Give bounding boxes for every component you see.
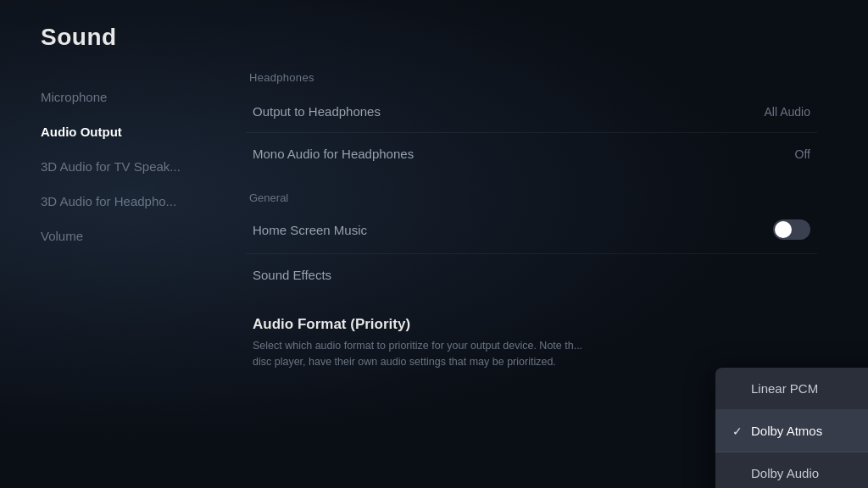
audio-format-title: Audio Format (Priority)	[253, 316, 810, 333]
headphones-group: Headphones Output to Headphones All Audi…	[246, 71, 817, 175]
dropdown-item-dolby-audio[interactable]: ✓ Dolby Audio	[715, 452, 868, 488]
page-container: Sound Microphone Audio Output 3D Audio f…	[0, 0, 868, 488]
general-group: General Home Screen Music Sound Effects	[246, 191, 817, 377]
output-to-headphones-label: Output to Headphones	[253, 104, 381, 119]
sidebar-item-3d-audio-tv[interactable]: 3D Audio for TV Speak...	[0, 149, 229, 184]
home-screen-music-row: Home Screen Music	[246, 206, 817, 254]
sidebar-item-3d-audio-headphones[interactable]: 3D Audio for Headpho...	[0, 184, 229, 219]
sidebar-item-volume[interactable]: Volume	[0, 219, 229, 253]
output-to-headphones-value: All Audio	[765, 105, 810, 119]
dropdown-item-linear-pcm[interactable]: ✓ Linear PCM	[715, 368, 868, 410]
main-content: Headphones Output to Headphones All Audi…	[229, 71, 868, 488]
audio-format-description: Select which audio format to prioritize …	[253, 338, 592, 370]
audio-format-section: Audio Format (Priority) Select which aud…	[246, 309, 817, 377]
content-area: Microphone Audio Output 3D Audio for TV …	[0, 71, 868, 488]
sound-effects-row: Sound Effects	[246, 254, 817, 296]
sidebar: Microphone Audio Output 3D Audio for TV …	[0, 71, 229, 488]
mono-audio-label: Mono Audio for Headphones	[253, 147, 414, 161]
output-to-headphones-row: Output to Headphones All Audio	[246, 91, 817, 133]
mono-audio-value: Off	[795, 147, 810, 161]
sidebar-item-microphone[interactable]: Microphone	[0, 80, 229, 114]
toggle-knob	[775, 221, 792, 238]
page-title: Sound	[0, 24, 868, 51]
general-section-label: General	[246, 191, 817, 204]
dropdown-item-dolby-atmos[interactable]: ✓ Dolby Atmos	[715, 410, 868, 452]
audio-format-dropdown: ✓ Linear PCM ✓ Dolby Atmos ✓ Dolby Audio…	[715, 368, 868, 488]
mono-audio-row: Mono Audio for Headphones Off	[246, 133, 817, 175]
headphones-section-label: Headphones	[246, 71, 817, 84]
general-rows: Home Screen Music Sound Effects	[246, 206, 817, 296]
home-screen-music-toggle[interactable]	[773, 219, 810, 240]
home-screen-music-label: Home Screen Music	[253, 223, 367, 237]
dropdown-container: ✓ Linear PCM ✓ Dolby Atmos ✓ Dolby Audio…	[715, 368, 868, 488]
sidebar-item-audio-output[interactable]: Audio Output	[0, 114, 229, 149]
sound-effects-label: Sound Effects	[253, 268, 331, 282]
check-icon-dolby-atmos: ✓	[732, 424, 743, 438]
